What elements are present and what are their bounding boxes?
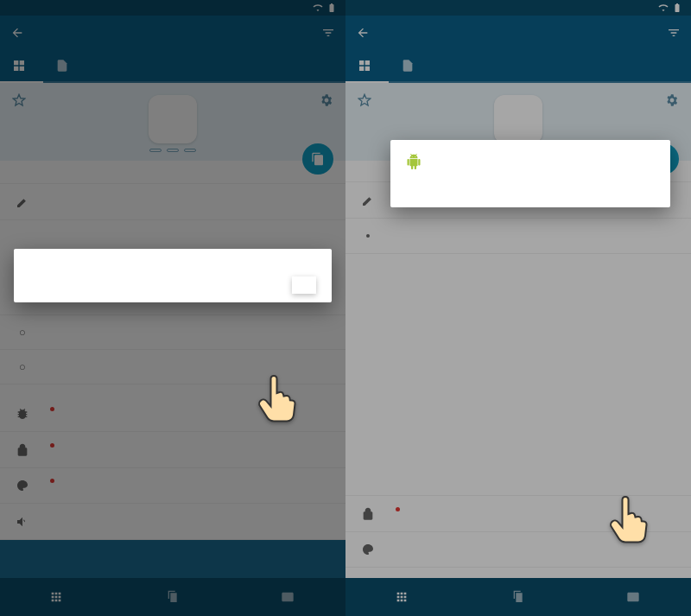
clone-fab[interactable] — [302, 143, 333, 175]
app-bar — [346, 16, 691, 50]
battery-icon — [326, 3, 337, 13]
nav-apps[interactable] — [0, 578, 115, 616]
volume-off-icon — [16, 515, 29, 529]
row-settings[interactable] — [346, 219, 691, 255]
row-privacy[interactable] — [0, 432, 346, 468]
settings-list: ○ ○ — [0, 161, 346, 540]
android-icon — [406, 154, 422, 169]
wifi-icon — [313, 3, 323, 13]
bug-icon — [16, 407, 29, 421]
row-clone-count[interactable] — [0, 161, 346, 184]
app-icon — [149, 95, 197, 143]
gear-icon[interactable] — [665, 93, 679, 107]
bottom-nav — [0, 578, 346, 616]
nav-clone[interactable] — [115, 578, 230, 616]
nav-apps[interactable] — [346, 578, 460, 616]
status-bar — [0, 0, 346, 16]
filter-icon[interactable] — [321, 26, 335, 40]
palette-icon — [16, 479, 29, 492]
nav-card[interactable] — [231, 578, 346, 616]
cancel-button[interactable] — [268, 276, 292, 294]
star-icon[interactable] — [358, 93, 371, 107]
file-icon — [401, 59, 415, 73]
back-icon[interactable] — [356, 26, 370, 40]
tab-bar — [0, 50, 346, 83]
lock-icon — [361, 507, 375, 521]
file-icon — [55, 59, 69, 73]
row-spacer — [346, 254, 691, 496]
apps-icon — [49, 590, 63, 604]
pencil-icon — [361, 194, 375, 207]
badge-lib — [184, 149, 196, 152]
tab-installed[interactable] — [346, 50, 389, 83]
install-permission-dialog — [390, 140, 670, 207]
badge-version — [149, 149, 162, 152]
card-icon — [281, 590, 295, 604]
gear-icon[interactable] — [320, 93, 333, 107]
tab-apk[interactable] — [389, 50, 432, 81]
filter-icon[interactable] — [667, 26, 681, 40]
install-button[interactable] — [530, 180, 655, 200]
screenshot-right — [346, 0, 691, 616]
wifi-icon — [658, 3, 669, 13]
pencil-icon — [16, 195, 29, 209]
screenshot-left: ○ ○ — [0, 0, 346, 616]
tab-bar — [346, 50, 691, 83]
app-badges — [0, 149, 346, 152]
cancel-button[interactable] — [406, 180, 530, 200]
tab-apk[interactable] — [43, 50, 86, 81]
lock-icon — [16, 443, 29, 457]
tab-installed[interactable] — [0, 50, 43, 83]
install-app-button[interactable] — [292, 276, 316, 294]
bottom-nav — [346, 578, 691, 616]
row-display[interactable] — [0, 468, 346, 505]
row-media[interactable] — [0, 504, 346, 540]
tap-hand-icon — [606, 492, 650, 549]
star-icon[interactable] — [12, 93, 26, 107]
grid-icon — [358, 59, 371, 73]
nav-clone[interactable] — [460, 578, 575, 616]
status-bar — [346, 0, 691, 16]
gear-small-icon — [361, 229, 375, 243]
nav-card[interactable] — [576, 578, 691, 616]
clone-icon — [311, 152, 325, 166]
svg-point-0 — [366, 234, 370, 238]
tap-hand-icon — [255, 372, 298, 428]
back-icon[interactable] — [10, 26, 24, 40]
badge-package — [167, 149, 179, 152]
app-hero — [0, 83, 346, 161]
app-bar — [0, 16, 346, 50]
row-name[interactable] — [0, 184, 346, 220]
clone-nav-icon — [166, 590, 180, 604]
clone-success-dialog — [14, 249, 332, 302]
grid-icon — [12, 59, 26, 73]
row-add-badge[interactable]: ○ — [0, 315, 346, 350]
app-icon — [494, 95, 542, 143]
battery-icon — [672, 3, 682, 13]
palette-icon — [361, 543, 375, 556]
